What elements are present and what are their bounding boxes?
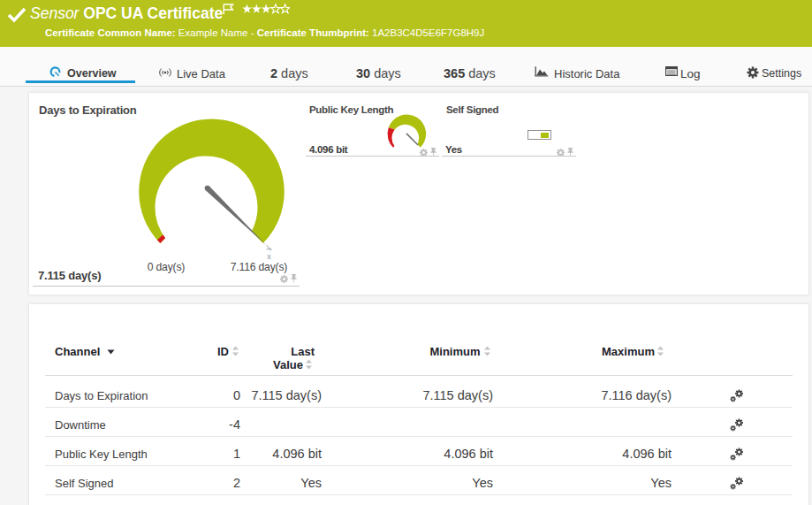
- svg-text:x: x: [267, 252, 271, 261]
